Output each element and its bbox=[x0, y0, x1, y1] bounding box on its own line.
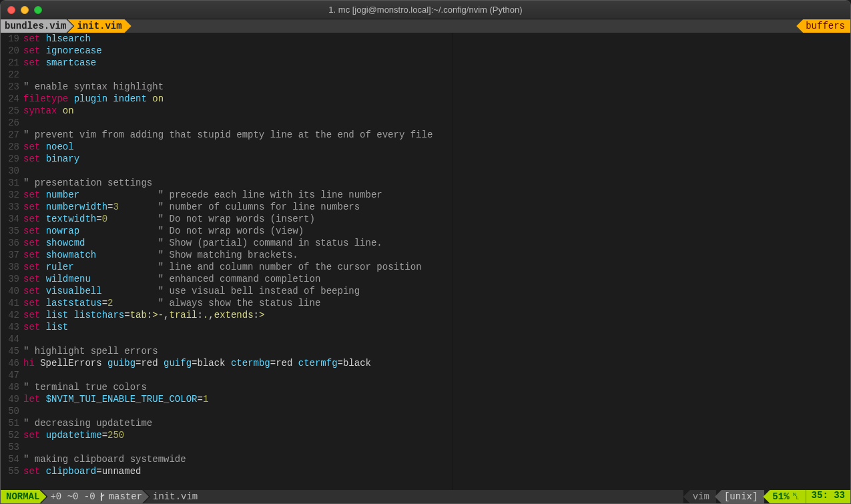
line-number: 41 bbox=[1, 297, 19, 309]
mode-segment: NORMAL bbox=[1, 490, 46, 503]
code-line[interactable] bbox=[23, 69, 452, 81]
code-line[interactable]: set list listchars=tab:>-,trail:.,extend… bbox=[23, 309, 452, 321]
code-content[interactable]: set hlsearchset ignorecaseset smartcase"… bbox=[23, 33, 452, 477]
code-line[interactable]: set clipboard=unnamed bbox=[23, 465, 452, 477]
code-line[interactable]: set binary bbox=[23, 153, 452, 165]
git-segment: +0 ~0 -0 master bbox=[41, 490, 149, 503]
line-number: 22 bbox=[1, 69, 19, 81]
tab-init-vim[interactable]: init.vim bbox=[67, 19, 131, 33]
line-number: 19 bbox=[1, 33, 19, 45]
code-line[interactable]: set list bbox=[23, 321, 452, 333]
code-line[interactable]: set ignorecase bbox=[23, 45, 452, 57]
encoding-segment: [unix] bbox=[715, 490, 764, 503]
code-line[interactable] bbox=[23, 405, 452, 417]
line-number: 26 bbox=[1, 117, 19, 129]
line-number: 36 bbox=[1, 237, 19, 249]
encoding-label: [unix] bbox=[724, 491, 758, 502]
line-number: 37 bbox=[1, 249, 19, 261]
code-line[interactable]: " highlight spell errors bbox=[23, 345, 452, 357]
line-number: 34 bbox=[1, 213, 19, 225]
code-line[interactable]: set noeol bbox=[23, 141, 452, 153]
editor-split-right[interactable] bbox=[453, 33, 850, 490]
code-line[interactable]: " making clipboard systemwide bbox=[23, 453, 452, 465]
line-number: 43 bbox=[1, 321, 19, 333]
line-number: 31 bbox=[1, 177, 19, 189]
code-line[interactable]: set smartcase bbox=[23, 57, 452, 69]
close-icon[interactable] bbox=[7, 6, 15, 14]
code-line[interactable]: let $NVIM_TUI_ENABLE_TRUE_COLOR=1 bbox=[23, 393, 452, 405]
code-line[interactable]: set ruler " line and column number of th… bbox=[23, 261, 452, 273]
line-number: 50 bbox=[1, 405, 19, 417]
code-line[interactable]: set showmatch " Show matching brackets. bbox=[23, 249, 452, 261]
code-line[interactable] bbox=[23, 165, 452, 177]
line-number: 46 bbox=[1, 357, 19, 369]
code-line[interactable]: " presentation settings bbox=[23, 177, 452, 189]
line-number: 25 bbox=[1, 105, 19, 117]
tab-bundles-vim[interactable]: bundles.vim bbox=[1, 19, 73, 33]
code-line[interactable]: " prevent vim from adding that stupid em… bbox=[23, 129, 452, 141]
line-number: 27 bbox=[1, 129, 19, 141]
zoom-icon[interactable] bbox=[34, 6, 42, 14]
line-number: 45 bbox=[1, 345, 19, 357]
code-line[interactable]: set showcmd " Show (partial) command in … bbox=[23, 237, 452, 249]
code-line[interactable]: " enable syntax highlight bbox=[23, 81, 452, 93]
line-number: 47 bbox=[1, 369, 19, 381]
code-line[interactable]: set updatetime=250 bbox=[23, 429, 452, 441]
code-line[interactable]: set nowrap " Do not wrap words (view) bbox=[23, 225, 452, 237]
buffer-tabbar: bundles.vim init.vim buffers bbox=[1, 19, 850, 33]
file-name: init.vim bbox=[153, 491, 198, 502]
code-line[interactable] bbox=[23, 441, 452, 453]
mode-label: NORMAL bbox=[6, 491, 39, 502]
code-line[interactable]: hi SpellErrors guibg=red guifg=black cte… bbox=[23, 357, 452, 369]
line-number: 20 bbox=[1, 45, 19, 57]
code-line[interactable]: set textwidth=0 " Do not wrap words (ins… bbox=[23, 213, 452, 225]
buffers-indicator[interactable]: buffers bbox=[796, 19, 850, 33]
editor-split-left[interactable]: 1920212223242526272829303132333435363738… bbox=[1, 33, 452, 490]
line-number: 32 bbox=[1, 189, 19, 201]
line-number: 33 bbox=[1, 201, 19, 213]
git-stats: +0 ~0 -0 bbox=[50, 491, 95, 502]
line-number: 52 bbox=[1, 429, 19, 441]
percent-label: 51% bbox=[772, 491, 789, 502]
code-line[interactable] bbox=[23, 333, 452, 345]
minimize-icon[interactable] bbox=[21, 6, 29, 14]
line-number: 30 bbox=[1, 165, 19, 177]
line-number: 39 bbox=[1, 273, 19, 285]
code-line[interactable] bbox=[23, 369, 452, 381]
code-line[interactable]: set number " precede each line with its … bbox=[23, 189, 452, 201]
code-line[interactable]: syntax on bbox=[23, 105, 452, 117]
code-line[interactable]: set wildmenu " enhanced command completi… bbox=[23, 273, 452, 285]
code-line[interactable]: " decreasing updatetime bbox=[23, 417, 452, 429]
editor-area[interactable]: 1920212223242526272829303132333435363738… bbox=[1, 33, 850, 490]
line-number: 53 bbox=[1, 441, 19, 453]
position-label: 35: 33 bbox=[812, 490, 845, 501]
code-line[interactable]: set laststatus=2 " always show the statu… bbox=[23, 297, 452, 309]
percent-segment: 51% ␤ bbox=[763, 490, 806, 503]
statusline: NORMAL +0 ~0 -0 master init.vim vim [uni… bbox=[1, 490, 850, 503]
line-number: 49 bbox=[1, 393, 19, 405]
line-number: 42 bbox=[1, 309, 19, 321]
tab-label: bundles.vim bbox=[5, 21, 66, 31]
code-line[interactable]: " terminal true colors bbox=[23, 381, 452, 393]
window-title: 1. mc [jogi@monstro.local]:~/.config/nvi… bbox=[1, 5, 850, 15]
buffers-label: buffers bbox=[806, 21, 845, 31]
code-line[interactable]: set numberwidth=3 " number of culumns fo… bbox=[23, 201, 452, 213]
line-number: 40 bbox=[1, 285, 19, 297]
tab-label: init.vim bbox=[77, 21, 121, 31]
line-icon: ␤ bbox=[792, 491, 800, 502]
code-line[interactable] bbox=[23, 117, 452, 129]
traffic-lights bbox=[7, 6, 42, 14]
code-line[interactable]: set visualbell " use visual bell instead… bbox=[23, 285, 452, 297]
line-number: 21 bbox=[1, 57, 19, 69]
line-number: 35 bbox=[1, 225, 19, 237]
code-line[interactable]: set hlsearch bbox=[23, 33, 452, 45]
line-number: 55 bbox=[1, 465, 19, 477]
filetype-segment: vim bbox=[683, 490, 716, 503]
line-number-gutter: 1920212223242526272829303132333435363738… bbox=[1, 33, 19, 477]
line-number: 48 bbox=[1, 381, 19, 393]
line-number: 54 bbox=[1, 453, 19, 465]
line-number: 24 bbox=[1, 93, 19, 105]
code-line[interactable]: filetype plugin indent on bbox=[23, 93, 452, 105]
line-number: 28 bbox=[1, 141, 19, 153]
branch-icon bbox=[99, 493, 106, 501]
